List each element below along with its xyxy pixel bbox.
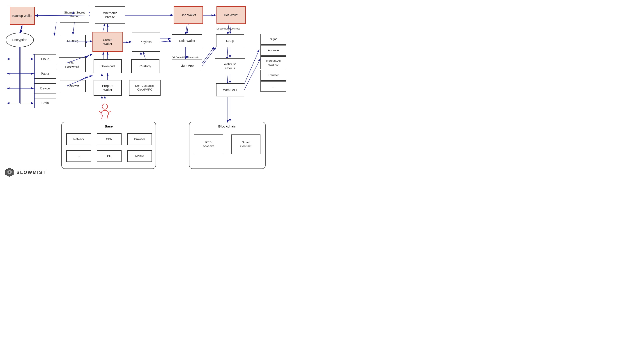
plaintext-box: Plaintext <box>60 80 86 92</box>
backup-wallet-label: Backup Wallet <box>13 14 33 18</box>
custody-label: Custody <box>140 64 151 68</box>
dapp-box: DApp <box>216 34 244 47</box>
cdn-label: CDN <box>106 138 112 141</box>
svg-line-72 <box>20 25 22 33</box>
base-dots-label: ... <box>78 154 80 158</box>
direct-label: Direct/WalletConnect <box>216 27 240 30</box>
smart-contract-box: SmartContract <box>231 134 260 154</box>
svg-line-60 <box>202 47 216 66</box>
slowmist-logo-text: SLOWMIST <box>17 170 46 175</box>
transfer-label: Transfer <box>268 74 279 77</box>
brain-label: Brain <box>42 101 49 105</box>
cold-wallet-box: Cold Wallet <box>172 34 202 47</box>
with-password-box: WithPassword <box>59 58 86 72</box>
svg-line-38 <box>109 111 111 112</box>
blockchain-divider <box>195 130 259 130</box>
base-divider <box>69 130 148 130</box>
cloud-label: Cloud <box>41 57 49 61</box>
svg-line-56 <box>160 41 172 42</box>
web3api-box: Web3 API <box>216 83 244 96</box>
mobile-box: Mobile <box>127 150 152 162</box>
light-app-box: Light App <box>172 59 202 72</box>
cdn-box: CDN <box>97 133 122 145</box>
svg-line-14 <box>103 24 105 33</box>
approve-label: Approve <box>268 49 279 52</box>
svg-line-26 <box>227 47 228 60</box>
base-title: Base <box>105 124 113 128</box>
multisig-box: MultiSig <box>60 35 86 47</box>
ipfs-label: IPFS/Arweave <box>203 140 214 148</box>
backup-wallet-box: Backup Wallet <box>10 7 35 25</box>
shamirs-label: Shamir's SecretSharing <box>64 11 85 18</box>
browser-label: Browser <box>134 138 145 141</box>
increase-allowance-label: increaseAllowance <box>266 59 281 67</box>
multisig-label: MultiSig <box>67 39 79 43</box>
create-wallet-box: CreateWallet <box>93 32 123 52</box>
non-custodial-label: Non-Custodial:Cloud/MPC <box>135 84 154 92</box>
web3js-box: web3.js/ether.js <box>215 58 245 74</box>
transfer-box: Transfer <box>260 70 286 81</box>
device-box: Device <box>34 83 56 94</box>
plaintext-label: Plaintext <box>67 84 79 88</box>
svg-line-21 <box>186 24 187 35</box>
svg-line-2 <box>20 25 22 34</box>
svg-line-10 <box>54 22 56 36</box>
prepare-wallet-label: PrepareWallet <box>102 84 113 92</box>
svg-line-57 <box>187 24 188 34</box>
smart-contract-label: SmartContract <box>240 140 251 148</box>
download-label: Download <box>101 64 115 68</box>
mobile-label: Mobile <box>135 154 144 158</box>
ipfs-box: IPFS/Arweave <box>194 134 223 154</box>
blockchain-title: Blockchain <box>218 124 236 128</box>
sign-label: Sign* <box>270 38 277 41</box>
svg-line-37 <box>99 111 101 112</box>
svg-line-50 <box>143 52 145 59</box>
svg-line-64 <box>244 58 260 90</box>
encryption-box: Encryption <box>6 33 34 47</box>
approve-box: Approve <box>260 45 286 56</box>
base-dots-box: ... <box>66 150 91 162</box>
network-label: Network <box>73 138 84 141</box>
pc-box: PC <box>97 150 122 162</box>
keyless-label: Keyless <box>140 40 152 44</box>
brain-box: Brain <box>34 98 56 108</box>
mnemonic-box: MnemonicPhrase <box>95 6 125 24</box>
person-icon <box>99 102 111 120</box>
hot-wallet-label: Hot Wallet <box>224 13 238 17</box>
sign-box: Sign* <box>260 34 286 44</box>
pc-label: PC <box>107 154 111 158</box>
dots-label: ... <box>272 85 275 88</box>
bracket-svg <box>33 54 36 108</box>
svg-line-25 <box>200 47 214 66</box>
paper-label: Paper <box>41 72 49 76</box>
svg-line-54 <box>73 22 74 35</box>
browser-box: Browser <box>127 133 152 145</box>
light-app-label: Light App <box>180 64 193 68</box>
web3js-label: web3.js/ether.js <box>224 62 236 70</box>
diagram: Backup Wallet Encryption Cloud Paper Dev… <box>0 0 317 182</box>
network-box: Network <box>66 133 91 145</box>
create-wallet-label: CreateWallet <box>103 38 112 46</box>
with-password-label: WithPassword <box>65 60 79 69</box>
encryption-label: Encryption <box>12 38 27 42</box>
dapp-label: DApp <box>226 39 234 43</box>
use-wallet-box: Use Wallet <box>174 6 203 24</box>
cloud-box: Cloud <box>34 54 56 64</box>
svg-point-36 <box>102 104 108 109</box>
cold-wallet-label: Cold Wallet <box>179 39 195 43</box>
prepare-wallet-box: PrepareWallet <box>94 80 122 96</box>
svg-line-39 <box>102 115 103 119</box>
paper-box: Paper <box>34 69 56 79</box>
qr-label: QRCode/USB/Bluetooth <box>172 56 198 59</box>
use-wallet-label: Use Wallet <box>181 13 196 17</box>
svg-point-73 <box>9 172 10 173</box>
device-label: Device <box>40 86 50 90</box>
base-group: Base Network CDN Browser ... PC Mobile <box>61 122 156 169</box>
increase-allowance-box: increaseAllowance <box>260 56 286 70</box>
keyless-box: Keyless <box>132 32 160 52</box>
logo-area: SLOWMIST <box>5 167 46 178</box>
svg-line-40 <box>107 115 108 119</box>
mnemonic-label: MnemonicPhrase <box>103 11 117 19</box>
blockchain-group: Blockchain IPFS/Arweave SmartContract <box>189 122 266 169</box>
svg-line-27 <box>227 74 228 84</box>
